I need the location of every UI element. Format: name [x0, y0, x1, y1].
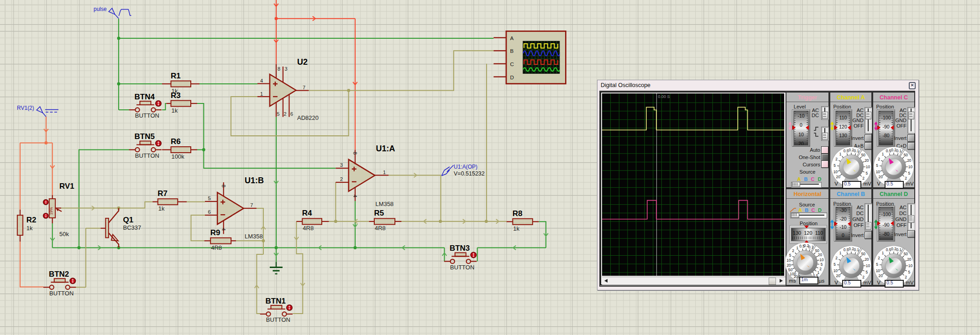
svg-text:BTN1: BTN1 — [266, 297, 286, 305]
svg-text:50k: 50k — [59, 231, 69, 237]
svg-text:10: 10 — [833, 170, 838, 174]
svg-text:6: 6 — [208, 209, 211, 215]
svg-text:5: 5 — [789, 253, 791, 258]
svg-text:BUTTON: BUTTON — [49, 290, 73, 297]
svg-text:2: 2 — [792, 248, 794, 253]
svg-text:10: 10 — [786, 258, 791, 263]
svg-text:20: 20 — [865, 257, 869, 262]
svg-text:20: 20 — [907, 257, 912, 262]
svg-text:19%: 19% — [49, 207, 53, 215]
svg-text:7: 7 — [250, 202, 253, 208]
svg-text:20: 20 — [879, 273, 883, 278]
svg-text:2: 2 — [862, 275, 865, 279]
svg-text:R6: R6 — [171, 137, 181, 146]
svg-text:1: 1 — [797, 246, 799, 250]
svg-text:BTN4: BTN4 — [135, 93, 155, 101]
svg-text:2: 2 — [819, 267, 822, 271]
svg-text:5: 5 — [821, 262, 823, 267]
svg-text:5: 5 — [865, 171, 868, 175]
svg-text:0.2: 0.2 — [891, 148, 896, 152]
svg-text:0.5: 0.5 — [844, 149, 849, 153]
svg-text:BTN5: BTN5 — [135, 132, 155, 141]
svg-text:50: 50 — [904, 252, 908, 256]
svg-text:Q1: Q1 — [123, 216, 134, 224]
svg-text:1: 1 — [383, 170, 386, 175]
svg-text:20: 20 — [907, 158, 912, 163]
svg-text:0.2: 0.2 — [849, 247, 854, 251]
svg-text:R8: R8 — [513, 209, 523, 218]
svg-text:U1:A: U1:A — [376, 144, 395, 153]
svg-text:8: 8 — [221, 185, 226, 187]
svg-text:0.2: 0.2 — [849, 148, 854, 152]
svg-text:1: 1 — [260, 91, 263, 97]
svg-text:20: 20 — [836, 175, 841, 179]
svg-text:0.2: 0.2 — [891, 247, 896, 251]
svg-text:10: 10 — [908, 263, 913, 268]
svg-text:BC337: BC337 — [123, 224, 141, 231]
svg-text:RV1: RV1 — [59, 182, 74, 191]
svg-text:10: 10 — [866, 165, 870, 169]
svg-text:10: 10 — [819, 258, 824, 262]
svg-text:8: 8 — [352, 152, 358, 155]
svg-text:R4: R4 — [302, 209, 312, 217]
svg-text:1: 1 — [839, 251, 842, 255]
svg-text:1: 1 — [882, 251, 884, 255]
svg-text:10: 10 — [908, 165, 913, 169]
svg-text:6: 6 — [290, 111, 293, 117]
svg-text:BUTTON: BUTTON — [266, 316, 290, 323]
svg-text:R2: R2 — [26, 216, 37, 224]
svg-text:BTN2: BTN2 — [49, 270, 69, 278]
svg-text:20: 20 — [836, 273, 841, 278]
svg-text:5: 5 — [277, 111, 280, 117]
svg-text:20: 20 — [879, 175, 883, 179]
svg-text:5: 5 — [908, 171, 910, 175]
svg-text:4R8: 4R8 — [375, 225, 386, 232]
svg-text:4: 4 — [221, 228, 226, 231]
svg-text:BUTTON: BUTTON — [450, 264, 474, 271]
svg-text:BUTTON: BUTTON — [135, 112, 159, 119]
svg-text:R1: R1 — [171, 72, 181, 80]
svg-text:0.5: 0.5 — [844, 247, 849, 252]
svg-text:D: D — [510, 75, 514, 80]
svg-text:5: 5 — [833, 262, 836, 267]
svg-text:5: 5 — [833, 163, 836, 168]
svg-text:20: 20 — [818, 253, 823, 257]
svg-text:2: 2 — [284, 111, 287, 117]
svg-text:V=0.515232: V=0.515232 — [454, 170, 485, 177]
svg-text:1: 1 — [839, 152, 842, 156]
svg-text:5: 5 — [876, 262, 878, 267]
svg-text:4R8: 4R8 — [211, 244, 222, 251]
svg-text:5: 5 — [865, 270, 868, 274]
svg-text:0.1: 0.1 — [854, 247, 859, 252]
svg-text:50: 50 — [904, 153, 908, 157]
svg-text:10: 10 — [833, 268, 838, 273]
svg-text:50: 50 — [861, 252, 866, 256]
svg-text:20: 20 — [865, 158, 869, 163]
svg-text:AD8220: AD8220 — [297, 114, 319, 121]
svg-text:2: 2 — [905, 176, 907, 180]
svg-text:U1:A(OP): U1:A(OP) — [454, 164, 477, 170]
svg-text:U1:B: U1:B — [245, 176, 264, 185]
svg-text:U2: U2 — [297, 57, 308, 67]
svg-text:1k: 1k — [158, 205, 165, 212]
svg-text:0.5: 0.5 — [886, 247, 891, 252]
svg-text:2: 2 — [878, 157, 880, 161]
svg-text:pulse: pulse — [94, 6, 107, 12]
svg-text:RV1(2): RV1(2) — [17, 105, 34, 111]
svg-text:BUTTON: BUTTON — [135, 152, 159, 159]
svg-text:0.5: 0.5 — [886, 149, 891, 153]
svg-text:BTN3: BTN3 — [450, 244, 470, 253]
svg-text:4R8: 4R8 — [303, 225, 314, 232]
svg-text:0.1: 0.1 — [854, 149, 859, 153]
svg-text:LM358: LM358 — [376, 201, 394, 207]
svg-text:B: B — [510, 48, 514, 54]
svg-text:1k: 1k — [513, 225, 519, 232]
svg-text:3: 3 — [340, 162, 343, 168]
svg-text:R3: R3 — [171, 91, 181, 100]
svg-text:LM358: LM358 — [245, 233, 263, 240]
svg-text:0.1: 0.1 — [896, 149, 901, 153]
svg-text:2: 2 — [835, 157, 838, 161]
svg-text:4: 4 — [352, 195, 358, 197]
svg-text:2: 2 — [878, 256, 880, 260]
svg-text:50: 50 — [861, 153, 866, 157]
